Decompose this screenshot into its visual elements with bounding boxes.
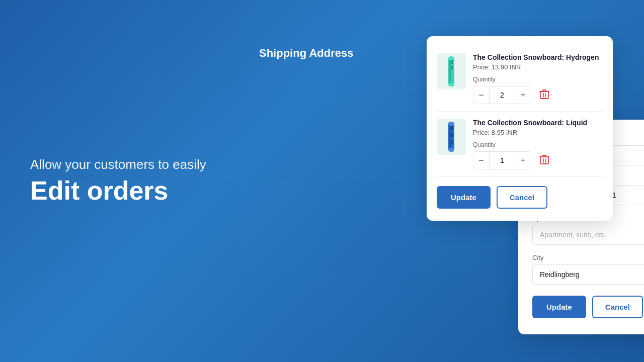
svg-rect-6 <box>540 92 548 99</box>
cart-card: The Collection Snowboard: Hydrogen Price… <box>427 36 613 221</box>
hero-section: Allow your customers to easily Edit orde… <box>30 157 206 205</box>
hero-title: Edit orders <box>30 176 206 205</box>
delete-item-1-button[interactable] <box>537 87 551 104</box>
city-group: City <box>532 254 644 285</box>
shipping-title: Shipping Address <box>259 47 353 60</box>
shipping-buttons: Update Cancel <box>532 296 644 318</box>
quantity-row-2: − + <box>473 151 603 169</box>
svg-rect-20 <box>540 157 548 164</box>
cart-section-label: Cart Items <box>524 316 613 337</box>
product-name-2: The Collection Snowboard: Liquid <box>473 119 603 127</box>
svg-rect-14 <box>449 123 451 151</box>
product-info-2: The Collection Snowboard: Liquid Price: … <box>473 119 603 169</box>
product-image-1 <box>437 53 466 89</box>
apartment-input[interactable] <box>532 225 644 245</box>
svg-point-18 <box>448 122 454 126</box>
svg-rect-17 <box>451 140 453 144</box>
quantity-box-1: − + <box>473 86 531 104</box>
product-info-1: The Collection Snowboard: Hydrogen Price… <box>473 53 603 104</box>
cart-item-1: The Collection Snowboard: Hydrogen Price… <box>437 46 603 112</box>
trash-icon-1 <box>539 89 549 100</box>
svg-point-19 <box>448 148 454 152</box>
city-label: City <box>532 254 644 261</box>
product-name-1: The Collection Snowboard: Hydrogen <box>473 53 603 61</box>
qty-decrease-1[interactable]: − <box>473 86 490 104</box>
cart-buttons: Update Cancel <box>437 186 603 209</box>
shipping-section: Shipping Address Country Austria Address… <box>259 47 353 66</box>
svg-rect-16 <box>451 133 453 137</box>
snowboard-liquid-icon <box>442 121 460 153</box>
trash-icon-2 <box>539 154 549 165</box>
quantity-box-2: − + <box>473 151 531 169</box>
delete-item-2-button[interactable] <box>537 152 551 169</box>
cart-update-button[interactable]: Update <box>437 186 491 209</box>
svg-point-5 <box>448 82 454 86</box>
product-image-2 <box>437 119 466 155</box>
qty-input-2[interactable] <box>490 156 515 164</box>
hero-subtitle: Allow your customers to easily <box>30 157 206 172</box>
quantity-label-1: Quantity <box>473 76 603 83</box>
qty-decrease-2[interactable]: − <box>473 151 490 169</box>
cart-item-2: The Collection Snowboard: Liquid Price: … <box>437 112 603 177</box>
svg-point-4 <box>448 56 454 60</box>
quantity-label-2: Quantity <box>473 141 603 148</box>
city-input[interactable] <box>532 264 644 285</box>
svg-rect-3 <box>451 66 453 69</box>
product-price-1: Price: 13.90 INR <box>473 63 603 71</box>
shipping-cancel-button[interactable]: Cancel <box>592 296 643 318</box>
svg-rect-15 <box>451 126 453 130</box>
quantity-row-1: − + <box>473 86 603 104</box>
cart-cancel-button[interactable]: Cancel <box>497 186 547 209</box>
qty-increase-2[interactable]: + <box>515 151 531 169</box>
svg-rect-1 <box>449 57 451 85</box>
qty-input-1[interactable] <box>490 91 515 99</box>
snowboard-hydrogen-icon <box>442 55 460 87</box>
shipping-update-button[interactable]: Update <box>532 296 586 318</box>
qty-increase-1[interactable]: + <box>515 86 531 104</box>
product-price-2: Price: 8.95 INR <box>473 129 603 136</box>
